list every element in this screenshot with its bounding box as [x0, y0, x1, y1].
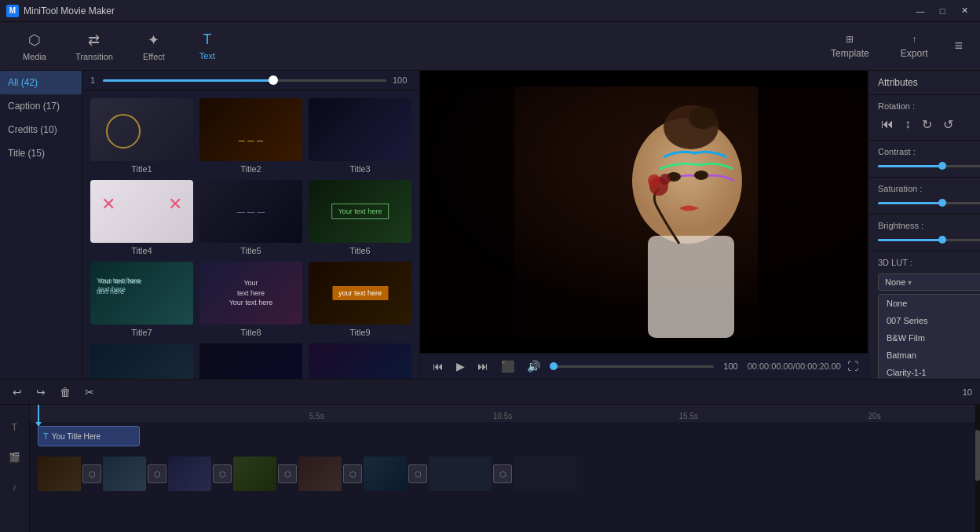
video-clip-4[interactable] [233, 457, 276, 491]
transition-6[interactable]: ⬡ [408, 464, 427, 483]
undo-button[interactable]: ↩ [8, 384, 27, 400]
title-clip[interactable]: T You Title Here [38, 426, 140, 446]
toolbar-effect[interactable]: ✦ Effect [129, 27, 179, 66]
video-svg [420, 86, 868, 338]
template-title10[interactable]: Title10 [90, 343, 193, 379]
transition-5[interactable]: ⬡ [343, 464, 362, 483]
svg-point-6 [694, 171, 708, 180]
sidebar-item-caption[interactable]: Caption (17) [0, 94, 82, 118]
template-title2[interactable]: Title2 [199, 98, 302, 174]
video-panel: ⏮ ▶ ⏭ ⬛ 🔊 100 00:00:00.00/00:00:20.00 ⛶ [420, 71, 868, 379]
template-title8[interactable]: Yourtext hereYour text here Title8 [199, 262, 302, 337]
lut-option-007series[interactable]: 007 Series [879, 312, 980, 329]
transition-2[interactable]: ⬡ [148, 464, 166, 483]
sidebar-item-all[interactable]: All (42) [0, 71, 82, 94]
transition-label: Transition [75, 52, 113, 61]
transition-4[interactable]: ⬡ [278, 464, 297, 483]
template-title1[interactable]: Title1 [90, 98, 193, 174]
template-thumb-6: Your text here [309, 180, 411, 243]
rotate-cw-button[interactable]: ↻ [919, 116, 935, 134]
toolbar-text[interactable]: T Text [182, 27, 232, 66]
main-content: All (42) Caption (17) Credits (10) Title… [0, 71, 980, 379]
lut-selector[interactable]: None ▾ [878, 273, 980, 291]
toolbar-export[interactable]: ↑ Export [888, 29, 941, 64]
toolbar-transition[interactable]: ⇄ Transition [63, 27, 126, 66]
brightness-slider-row: 0.0 [878, 235, 980, 244]
rotate-ccw-button[interactable]: ↺ [940, 116, 956, 134]
forward-button[interactable]: ⏭ [474, 358, 492, 374]
video-clip-5[interactable] [298, 457, 342, 491]
toolbar-template[interactable]: ⊞ Template [818, 29, 882, 64]
lut-option-batman[interactable]: Batman [879, 347, 980, 364]
cut-button[interactable]: ✂ [80, 384, 99, 400]
template-title11[interactable]: Title11 [199, 343, 302, 379]
app-logo: M [6, 5, 19, 17]
template-title7[interactable]: Your text heretext here Title7 [90, 262, 193, 337]
timeline-toolbar-right: 10 [963, 387, 972, 397]
volume-button[interactable]: 🔊 [524, 358, 543, 374]
toolbar-menu-button[interactable]: ≡ [946, 33, 971, 59]
template-label-7: Title7 [131, 328, 152, 337]
clip-text-icon: T [43, 431, 49, 441]
transition-3[interactable]: ⬡ [213, 464, 232, 483]
template-title6[interactable]: Your text here Title6 [309, 180, 411, 255]
close-button[interactable]: ✕ [955, 4, 974, 18]
effect-icon: ✦ [148, 31, 159, 49]
lut-dropdown-arrow: ▾ [908, 278, 912, 287]
text-track-icon: T [12, 422, 17, 433]
timecode: 00:00:00.00/00:00:20.00 [748, 361, 841, 371]
lut-option-clarity11[interactable]: Clarity-1-1 [879, 364, 980, 379]
timeline-toolbar: ↩ ↪ 🗑 ✂ 10 [0, 380, 980, 405]
template-title3[interactable]: Title3 [309, 98, 411, 174]
minimize-button[interactable]: — [911, 4, 930, 18]
template-inner-6: Your text here [331, 204, 389, 219]
video-clips: ⬡ ⬡ ⬡ ⬡ ⬡ ⬡ ⬡ [38, 456, 576, 492]
crop-button[interactable]: ⬛ [498, 358, 517, 374]
template-label-4: Title4 [131, 246, 152, 255]
sidebar-item-title[interactable]: Title (15) [0, 141, 82, 165]
video-clip-7[interactable] [429, 457, 492, 491]
play-button[interactable]: ▶ [453, 358, 468, 374]
effect-label: Effect [143, 52, 165, 61]
sidebar-item-credits[interactable]: Credits (10) [0, 118, 82, 141]
playback-progress[interactable] [550, 365, 714, 368]
audio-track-content [30, 500, 975, 523]
template-thumb-11 [199, 343, 302, 379]
transition-7[interactable]: ⬡ [493, 464, 512, 483]
video-clip-3[interactable] [168, 457, 211, 491]
delete-button[interactable]: 🗑 [55, 384, 75, 400]
template-icon: ⊞ [846, 34, 854, 45]
rotation-start-button[interactable]: ⏮ [878, 116, 897, 134]
template-title9[interactable]: your text here Title9 [309, 262, 411, 337]
video-clip-8[interactable] [514, 457, 576, 491]
transition-1[interactable]: ⬡ [82, 464, 101, 483]
vertical-scrollbar[interactable] [975, 405, 980, 532]
template-title5[interactable]: Title5 [199, 180, 302, 255]
video-clip-1[interactable] [38, 457, 81, 491]
saturation-thumb [938, 199, 946, 207]
timeline-playhead[interactable] [38, 405, 39, 422]
svg-point-10 [660, 174, 671, 185]
toolbar-media[interactable]: ⬡ Media [9, 27, 60, 66]
volume-value: 100 [720, 360, 740, 372]
redo-button[interactable]: ↪ [31, 384, 50, 400]
lut-select-row: None ▾ 🗑 [878, 273, 980, 291]
saturation-slider[interactable] [878, 202, 980, 204]
template-title4[interactable]: Title4 [90, 180, 193, 255]
rewind-button[interactable]: ⏮ [430, 358, 447, 374]
templates-panel: 1 100 Title1 Title2 Title3 [82, 71, 420, 379]
lut-option-none1[interactable]: None [879, 295, 980, 312]
toolbar-left: ⬡ Media ⇄ Transition ✦ Effect T Text [9, 27, 232, 66]
maximize-button[interactable]: □ [933, 4, 952, 18]
size-slider[interactable] [103, 79, 386, 82]
slider-max-label: 100 [393, 75, 411, 85]
fullscreen-button[interactable]: ⛶ [847, 360, 858, 372]
flip-vertical-button[interactable]: ↕ [901, 116, 914, 134]
attributes-title: Attributes [868, 71, 980, 95]
template-title12[interactable]: Title12 [309, 343, 411, 379]
lut-option-bwfilm[interactable]: B&W Film [879, 329, 980, 347]
video-clip-6[interactable] [364, 457, 407, 491]
contrast-slider[interactable] [878, 165, 980, 167]
video-clip-2[interactable] [103, 457, 146, 491]
brightness-slider[interactable] [878, 239, 980, 241]
